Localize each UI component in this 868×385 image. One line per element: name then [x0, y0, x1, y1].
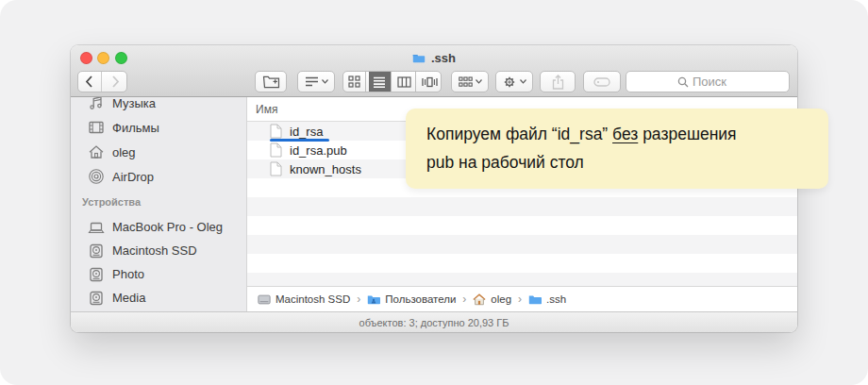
tag-icon: [593, 77, 610, 87]
path-separator: ›: [518, 293, 522, 306]
file-name: known_hosts: [290, 162, 361, 176]
file-name: id_rsa.pub: [290, 143, 347, 158]
drive-icon: [88, 290, 105, 307]
sidebar-item-home[interactable]: oleg: [71, 140, 246, 164]
arrange-icon: [305, 75, 319, 88]
airdrop-icon: [88, 168, 105, 185]
sidebar-item-label: Фильмы: [112, 121, 159, 135]
sidebar-item-macbook[interactable]: MacBook Pro - Oleg: [71, 215, 246, 239]
sidebar-item-label: AirDrop: [112, 170, 154, 184]
path-bar: Macintosh SSD › Пользователи ›: [247, 286, 797, 311]
status-text: объектов: 3; доступно 20,93 ГБ: [359, 317, 509, 328]
sidebar-item-photo[interactable]: Photo: [71, 262, 246, 286]
list-view-icon: [373, 76, 386, 88]
finder-window: .ssh: [71, 45, 797, 332]
tooltip-text-after: разрешения: [638, 125, 736, 143]
document-icon: [270, 124, 282, 139]
file-name: id_rsa: [290, 125, 323, 139]
tooltip-text-before: Копируем файл “id_rsa”: [426, 125, 612, 143]
document-icon: [270, 142, 282, 158]
laptop-icon: [88, 219, 105, 236]
view-segmented-control: [342, 71, 442, 92]
sidebar-item-airdrop[interactable]: AirDrop: [71, 164, 246, 189]
share-button[interactable]: [540, 71, 576, 92]
status-bar: объектов: 3; доступно 20,93 ГБ: [71, 311, 797, 332]
chevron-right-icon: [111, 75, 120, 88]
sidebar-item-label: Media: [112, 291, 145, 305]
document-icon: [270, 161, 282, 176]
film-icon: [88, 119, 105, 136]
path-item-macintosh-ssd[interactable]: Macintosh SSD: [258, 293, 350, 306]
drive-icon: [258, 293, 271, 306]
empty-row: [247, 235, 797, 254]
coverflow-view-button[interactable]: [419, 72, 441, 92]
search-field[interactable]: [626, 71, 790, 92]
search-input[interactable]: [693, 75, 738, 89]
tooltip-text-underlined: без: [612, 125, 638, 143]
back-button[interactable]: [78, 72, 102, 92]
path-separator: ›: [462, 293, 466, 306]
column-view-button[interactable]: [394, 72, 417, 92]
folder-icon: [412, 52, 426, 64]
chevron-down-icon: [322, 79, 328, 84]
group-by-button[interactable]: [451, 71, 489, 92]
sidebar-item-label: oleg: [112, 145, 136, 159]
annotation-underline: [270, 139, 329, 142]
empty-row: [247, 216, 797, 235]
path-label: Macintosh SSD: [275, 293, 350, 305]
path-item-oleg[interactable]: oleg: [473, 293, 511, 306]
sidebar-item-label: Музыка: [112, 97, 156, 110]
sidebar-item-label: Photo: [112, 267, 144, 281]
icon-view-icon: [348, 75, 360, 88]
drive-icon: [88, 243, 105, 259]
forward-button[interactable]: [105, 72, 127, 92]
window-title: .ssh: [71, 45, 797, 70]
empty-row: [247, 197, 797, 216]
group-grid-icon: [459, 76, 473, 88]
path-item-users[interactable]: Пользователи: [367, 293, 456, 306]
path-label: .ssh: [546, 293, 566, 305]
folder-icon: [528, 293, 542, 306]
sidebar: Музыка Фильмы: [71, 97, 247, 311]
share-icon: [552, 75, 564, 90]
gear-icon: [502, 75, 517, 90]
sidebar-item-label: MacBook Pro - Oleg: [112, 220, 223, 234]
sidebar-item-label: Macintosh SSD: [112, 243, 197, 258]
path-item-ssh[interactable]: .ssh: [528, 293, 566, 306]
screenshot-canvas: .ssh: [0, 0, 868, 385]
window-title-text: .ssh: [431, 51, 456, 65]
column-view-icon: [397, 76, 411, 88]
search-icon: [677, 76, 689, 88]
path-label: Пользователи: [385, 293, 456, 305]
window-header: .ssh: [71, 45, 797, 97]
column-header-label: Имя: [256, 103, 277, 116]
icon-view-button[interactable]: [343, 72, 366, 92]
path-label: oleg: [491, 293, 511, 305]
action-menu-button[interactable]: [495, 71, 533, 92]
empty-row: [247, 254, 797, 273]
users-folder-icon: [367, 293, 380, 306]
arrange-button[interactable]: [297, 71, 335, 92]
sidebar-item-movies[interactable]: Фильмы: [71, 115, 246, 140]
annotation-tooltip: Копируем файл “id_rsa” без разрешения pu…: [406, 109, 828, 189]
sidebar-item-macintosh-ssd[interactable]: Macintosh SSD: [71, 239, 246, 262]
chevron-down-icon: [476, 79, 482, 84]
sidebar-devices-list: MacBook Pro - Oleg Macintosh SSD: [71, 215, 246, 310]
nav-buttons: [77, 71, 127, 92]
sidebar-item-music[interactable]: Музыка: [71, 97, 246, 115]
path-separator: ›: [357, 293, 360, 306]
drive-icon: [88, 266, 105, 283]
tag-button[interactable]: [583, 71, 621, 92]
chevron-left-icon: [85, 75, 93, 88]
coverflow-view-icon: [422, 76, 438, 88]
empty-row: [247, 273, 797, 286]
music-icon: [88, 97, 105, 111]
sidebar-section-devices: Устройства: [82, 192, 246, 210]
home-icon: [88, 143, 105, 160]
home-icon: [473, 293, 486, 306]
list-view-button[interactable]: [369, 72, 392, 92]
sidebar-item-media[interactable]: Media: [71, 286, 246, 310]
chevron-down-icon: [520, 79, 526, 84]
new-folder-button[interactable]: [255, 71, 287, 92]
tooltip-text-line2: pub на рабочий стол: [426, 148, 808, 176]
